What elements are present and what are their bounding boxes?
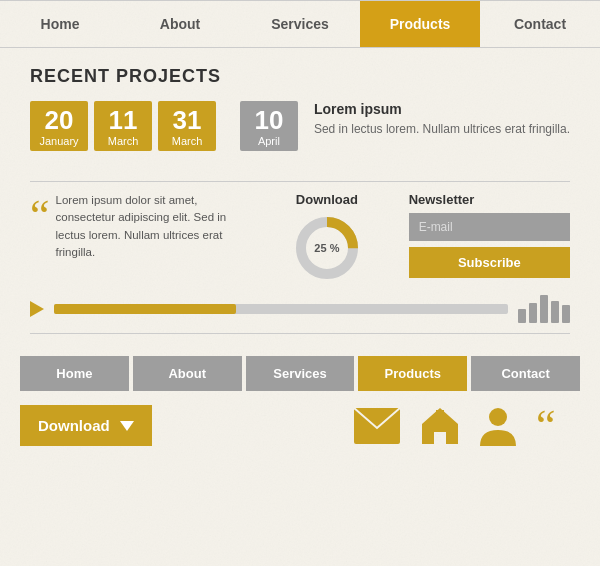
- nav-about[interactable]: About: [120, 1, 240, 47]
- date-card-3: 31 March: [158, 101, 216, 151]
- section-title: RECENT PROJECTS: [30, 66, 570, 87]
- featured-date-block: 10 April Lorem ipsum Sed in lectus lorem…: [240, 101, 570, 151]
- quote-mark-icon: “: [30, 198, 50, 233]
- svg-point-5: [489, 408, 507, 426]
- donut-percent: 25 %: [314, 242, 339, 254]
- date-card-2: 11 March: [94, 101, 152, 151]
- date-num-2: 11: [98, 107, 148, 133]
- date-month-3: March: [162, 135, 212, 147]
- date-month-1: January: [34, 135, 84, 147]
- download-big-label: Download: [38, 417, 110, 434]
- nav-contact[interactable]: Contact: [480, 1, 600, 47]
- bottom-nav-products[interactable]: Products: [358, 356, 467, 391]
- play-button[interactable]: [30, 301, 44, 317]
- progress-bar-fill: [54, 304, 236, 314]
- icon-row: Download “: [0, 405, 600, 446]
- main-content: RECENT PROJECTS 20 January 11 March 31 M…: [0, 48, 600, 356]
- nav-services[interactable]: Services: [240, 1, 360, 47]
- top-navigation: Home About Services Products Contact: [0, 0, 600, 48]
- lorem-block: Lorem ipsum Sed in lectus lorem. Nullam …: [314, 101, 570, 138]
- download-big-button[interactable]: Download: [20, 405, 152, 446]
- divider-1: [30, 181, 570, 182]
- quote-text: Lorem ipsum dolor sit amet, consectetur …: [56, 192, 246, 261]
- date-num-3: 31: [162, 107, 212, 133]
- bar-chart: [518, 295, 570, 323]
- bottom-nav-services[interactable]: Services: [246, 356, 355, 391]
- featured-date-num: 10: [244, 107, 294, 133]
- nav-products[interactable]: Products: [360, 1, 480, 47]
- bar-5: [562, 305, 570, 323]
- bottom-navigation: Home About Services Products Contact: [0, 356, 600, 391]
- subscribe-button[interactable]: Subscribe: [409, 247, 570, 278]
- progress-area: [30, 295, 570, 323]
- featured-date-card: 10 April: [240, 101, 298, 151]
- bar-1: [518, 309, 526, 323]
- donut-chart: 25 %: [292, 213, 362, 283]
- quote-block: “ Lorem ipsum dolor sit amet, consectetu…: [30, 192, 245, 283]
- newsletter-label: Newsletter: [409, 192, 570, 207]
- home-icon[interactable]: [420, 406, 460, 446]
- email-input[interactable]: [409, 213, 570, 241]
- bar-4: [551, 301, 559, 323]
- featured-date-month: April: [244, 135, 294, 147]
- date-month-2: March: [98, 135, 148, 147]
- middle-section: “ Lorem ipsum dolor sit amet, consectetu…: [30, 192, 570, 283]
- svg-rect-4: [436, 410, 444, 420]
- top-section: 20 January 11 March 31 March 10 April Lo…: [30, 101, 570, 167]
- date-num-1: 20: [34, 107, 84, 133]
- bottom-nav-home[interactable]: Home: [20, 356, 129, 391]
- newsletter-block: Newsletter Subscribe: [409, 192, 570, 283]
- bottom-nav-contact[interactable]: Contact: [471, 356, 580, 391]
- divider-2: [30, 333, 570, 334]
- date-cards: 20 January 11 March 31 March: [30, 101, 230, 151]
- lorem-desc: Sed in lectus lorem. Nullam ultrices era…: [314, 121, 570, 138]
- date-cards-left: 20 January 11 March 31 March: [30, 101, 230, 167]
- svg-text:“: “: [536, 408, 556, 444]
- nav-home[interactable]: Home: [0, 1, 120, 47]
- bar-3: [540, 295, 548, 323]
- download-label: Download: [296, 192, 358, 207]
- mail-icon[interactable]: [354, 408, 400, 444]
- lorem-title: Lorem ipsum: [314, 101, 570, 117]
- download-block: Download 25 %: [255, 192, 398, 283]
- date-card-1: 20 January: [30, 101, 88, 151]
- person-icon[interactable]: [480, 406, 516, 446]
- chevron-down-icon: [120, 421, 134, 431]
- bar-2: [529, 303, 537, 323]
- bottom-nav-about[interactable]: About: [133, 356, 242, 391]
- progress-bar: [54, 304, 508, 314]
- quote-icon[interactable]: “: [536, 408, 580, 444]
